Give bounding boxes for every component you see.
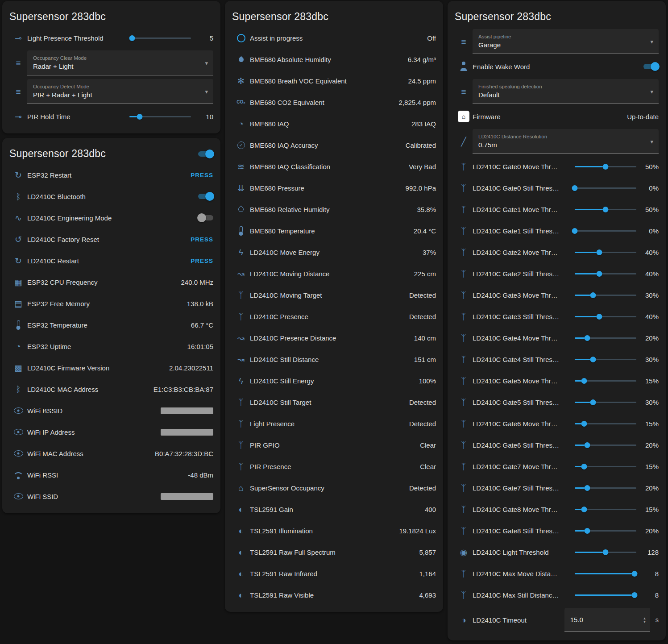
- select-ld2410c-distance-resolution[interactable]: LD2410C Distance Resolution0.75m▾: [473, 129, 659, 154]
- row-bme680-breath-voc-equivalent[interactable]: ✻BME680 Breath VOC Equivalent24.5 ppm: [232, 70, 436, 91]
- slider-thumb[interactable]: [590, 292, 596, 298]
- row-ld2410c-firmware-version[interactable]: ▩LD2410C Firmware Version2.04.23022511: [9, 357, 213, 378]
- slider[interactable]: [575, 206, 636, 213]
- slider-thumb[interactable]: [584, 528, 590, 534]
- row-ld2410c-still-distance[interactable]: ↝LD2410C Still Distance151 cm: [232, 349, 436, 370]
- slider-thumb[interactable]: [572, 185, 578, 191]
- row-bme680-relative-humidity[interactable]: BME680 Relative Humidity35.8%: [232, 199, 436, 220]
- row-ld2410c-light-threshold[interactable]: ◉LD2410C Light Threshold128: [455, 541, 659, 563]
- slider[interactable]: [575, 420, 636, 427]
- row-tsl2591-raw-full-spectrum[interactable]: ◐TSL2591 Raw Full Spectrum5,857: [232, 541, 436, 563]
- slider-thumb[interactable]: [631, 571, 637, 577]
- row-ld2410c-presence-distance[interactable]: ↝LD2410C Presence Distance140 cm: [232, 327, 436, 349]
- slider-thumb[interactable]: [603, 164, 609, 170]
- row-light-presence-threshold[interactable]: ⊸Light Presence Threshold5: [9, 27, 213, 49]
- number-input[interactable]: 15.0▴▾: [564, 608, 650, 632]
- slider-thumb[interactable]: [603, 207, 609, 212]
- slider-thumb[interactable]: [631, 592, 637, 598]
- row-wifi-ip-address[interactable]: WiFi IP Address: [9, 421, 213, 443]
- row-ld2410c-presence[interactable]: ᛉLD2410C PresenceDetected: [232, 306, 436, 327]
- select-assist-pipeline[interactable]: Assist pipelineGarage▾: [473, 29, 659, 54]
- row-ld2410c-gate8-move-thr[interactable]: ᛉLD2410C Gate8 Move Thr…15%: [455, 499, 659, 520]
- slider-thumb[interactable]: [590, 357, 596, 362]
- slider-thumb[interactable]: [129, 35, 135, 41]
- slider[interactable]: [575, 184, 636, 191]
- slider-thumb[interactable]: [581, 507, 587, 512]
- row-firmware[interactable]: ⌂FirmwareUp-to-date: [455, 106, 659, 127]
- row-ld2410c-gate2-move-thr[interactable]: ᛉLD2410C Gate2 Move Thr…40%: [455, 241, 659, 263]
- slider-thumb[interactable]: [572, 228, 578, 234]
- row-ld2410c-gate4-move-thr[interactable]: ᛉLD2410C Gate4 Move Thr…20%: [455, 327, 659, 349]
- row-ld2410c-still-energy[interactable]: ϟLD2410C Still Energy100%: [232, 370, 436, 391]
- row-tsl2591-raw-infrared[interactable]: ◐TSL2591 Raw Infrared1,164: [232, 563, 436, 584]
- slider-thumb[interactable]: [584, 442, 590, 448]
- slider[interactable]: [575, 249, 636, 256]
- row-ld2410c-gate0-move-thr[interactable]: ᛉLD2410C Gate0 Move Thr…50%: [455, 156, 659, 177]
- row-bme680-absolute-humidity[interactable]: BME680 Absolute Humidity6.34 g/m³: [232, 49, 436, 70]
- row-finished-speaking-detection[interactable]: ≡Finished speaking detectionDefault▾: [455, 77, 659, 106]
- toggle-enable-wake-word[interactable]: [643, 62, 659, 71]
- slider[interactable]: [575, 463, 636, 470]
- row-ld2410c-gate5-still-thres[interactable]: ᛉLD2410C Gate5 Still Thres…30%: [455, 391, 659, 413]
- row-bme680-iaq[interactable]: ◔BME680 IAQ283 IAQ: [232, 113, 436, 134]
- slider[interactable]: [575, 270, 636, 277]
- row-ld2410c-factory-reset[interactable]: ↺LD2410C Factory ResetPRESS: [9, 229, 213, 250]
- row-ld2410c-bluetooth[interactable]: ᛒLD2410C Bluetooth: [9, 186, 213, 207]
- slider[interactable]: [575, 227, 636, 234]
- row-ld2410c-gate5-move-thr[interactable]: ᛉLD2410C Gate5 Move Thr…15%: [455, 370, 659, 391]
- row-ld2410c-restart[interactable]: ↻LD2410C RestartPRESS: [9, 250, 213, 271]
- select-occupancy-clear-mode[interactable]: Occupancy Clear ModeRadar + Light▾: [27, 50, 213, 75]
- row-bme680-iaq-accuracy[interactable]: ✓BME680 IAQ AccuracyCalibrated: [232, 134, 436, 156]
- spinner-down-icon[interactable]: ▾: [643, 620, 646, 623]
- slider-thumb[interactable]: [584, 335, 590, 341]
- slider[interactable]: [575, 163, 636, 170]
- slider[interactable]: [129, 113, 191, 120]
- row-ld2410c-gate8-still-thres[interactable]: ᛉLD2410C Gate8 Still Thres…20%: [455, 520, 659, 541]
- slider[interactable]: [575, 591, 636, 598]
- row-ld2410c-gate3-move-thr[interactable]: ᛉLD2410C Gate3 Move Thr…30%: [455, 284, 659, 306]
- row-ld2410c-gate3-still-thres[interactable]: ᛉLD2410C Gate3 Still Thres…40%: [455, 306, 659, 327]
- row-pir-hold-time[interactable]: ⊸PIR Hold Time10: [9, 106, 213, 127]
- slider-thumb[interactable]: [590, 399, 596, 405]
- slider[interactable]: [575, 399, 636, 406]
- row-assist-in-progress[interactable]: Assist in progressOff: [232, 27, 436, 49]
- slider[interactable]: [575, 484, 636, 491]
- slider[interactable]: [575, 291, 636, 299]
- card-header-toggle[interactable]: [198, 150, 213, 158]
- row-esp32-restart[interactable]: ↻ESP32 RestartPRESS: [9, 164, 213, 186]
- slider[interactable]: [575, 570, 636, 577]
- slider[interactable]: [575, 441, 636, 449]
- row-wifi-ssid[interactable]: WiFi SSID: [9, 486, 213, 507]
- press-button[interactable]: PRESS: [191, 236, 213, 243]
- row-ld2410c-max-move-dista[interactable]: ᛉLD2410C Max Move Dista…8: [455, 563, 659, 584]
- slider[interactable]: [575, 506, 636, 513]
- row-ld2410c-gate6-still-thres[interactable]: ᛉLD2410C Gate6 Still Thres…20%: [455, 434, 659, 456]
- slider-thumb[interactable]: [581, 421, 587, 427]
- press-button[interactable]: PRESS: [191, 172, 213, 179]
- row-wifi-mac-address[interactable]: WiFi MAC AddressB0:A7:32:28:3D:BC: [9, 443, 213, 464]
- row-esp32-free-memory[interactable]: ▤ESP32 Free Memory138.0 kB: [9, 293, 213, 314]
- row-pir-presence[interactable]: ᛉPIR PresenceClear: [232, 456, 436, 477]
- row-esp32-cpu-frequency[interactable]: ▦ESP32 CPU Frequency240.0 MHz: [9, 271, 213, 293]
- slider[interactable]: [575, 377, 636, 384]
- slider[interactable]: [129, 34, 191, 42]
- slider-thumb[interactable]: [597, 271, 602, 277]
- row-ld2410c-move-energy[interactable]: ϟLD2410C Move Energy37%: [232, 241, 436, 263]
- slider[interactable]: [575, 313, 636, 320]
- row-ld2410c-gate7-move-thr[interactable]: ᛉLD2410C Gate7 Move Thr…15%: [455, 456, 659, 477]
- row-ld2410c-gate6-move-thr[interactable]: ᛉLD2410C Gate6 Move Thr…15%: [455, 413, 659, 434]
- row-ld2410c-gate7-still-thres[interactable]: ᛉLD2410C Gate7 Still Thres…20%: [455, 477, 659, 499]
- number-spinner[interactable]: ▴▾: [643, 616, 646, 623]
- press-button[interactable]: PRESS: [191, 258, 213, 264]
- slider-thumb[interactable]: [597, 314, 602, 320]
- row-ld2410c-mac-address[interactable]: ᛒLD2410C MAC AddressE1:C3:B3:CB:BA:87: [9, 378, 213, 400]
- slider-thumb[interactable]: [581, 464, 587, 469]
- row-tsl2591-illumination[interactable]: ◐TSL2591 Illumination19.1824 Lux: [232, 520, 436, 541]
- row-bme680-temperature[interactable]: BME680 Temperature20.4 °C: [232, 220, 436, 241]
- row-ld2410c-gate1-move-thr[interactable]: ᛉLD2410C Gate1 Move Thr…50%: [455, 199, 659, 220]
- row-wifi-bssid[interactable]: WiFi BSSID: [9, 400, 213, 421]
- row-ld2410c-moving-target[interactable]: ᛉLD2410C Moving TargetDetected: [232, 284, 436, 306]
- slider-thumb[interactable]: [581, 378, 587, 384]
- row-light-presence[interactable]: ᛉLight PresenceDetected: [232, 413, 436, 434]
- row-ld2410c-still-target[interactable]: ᛉLD2410C Still TargetDetected: [232, 391, 436, 413]
